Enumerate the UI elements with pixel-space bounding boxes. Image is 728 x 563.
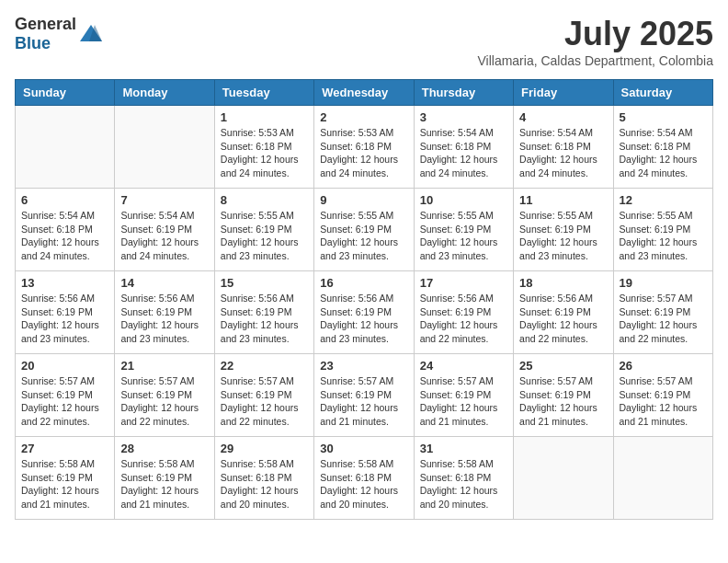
calendar-cell: 1Sunrise: 5:53 AMSunset: 6:18 PMDaylight… [214, 106, 313, 189]
calendar-cell: 23Sunrise: 5:57 AMSunset: 6:19 PMDayligh… [314, 354, 414, 437]
logo-icon [78, 21, 104, 47]
cell-detail: Sunrise: 5:58 AMSunset: 6:18 PMDaylight:… [420, 457, 507, 511]
day-number: 15 [221, 276, 308, 290]
calendar-cell: 9Sunrise: 5:55 AMSunset: 6:19 PMDaylight… [314, 189, 414, 271]
calendar-week-row: 13Sunrise: 5:56 AMSunset: 6:19 PMDayligh… [16, 271, 713, 354]
calendar-cell: 19Sunrise: 5:57 AMSunset: 6:19 PMDayligh… [613, 271, 712, 354]
day-number: 25 [519, 359, 607, 373]
day-number: 1 [221, 110, 308, 124]
day-number: 27 [21, 442, 108, 455]
day-number: 24 [420, 359, 507, 373]
cell-detail: Sunrise: 5:53 AMSunset: 6:18 PMDaylight:… [320, 126, 407, 180]
calendar-week-row: 20Sunrise: 5:57 AMSunset: 6:19 PMDayligh… [16, 354, 713, 437]
day-number: 30 [320, 442, 407, 455]
cell-detail: Sunrise: 5:55 AMSunset: 6:19 PMDaylight:… [320, 209, 407, 263]
title-block: July 2025 Villamaria, Caldas Department,… [477, 15, 713, 68]
day-number: 13 [21, 276, 108, 290]
calendar-cell: 3Sunrise: 5:54 AMSunset: 6:18 PMDaylight… [414, 106, 513, 189]
location-subtitle: Villamaria, Caldas Department, Colombia [477, 53, 713, 68]
calendar-cell: 28Sunrise: 5:58 AMSunset: 6:19 PMDayligh… [115, 437, 214, 520]
cell-detail: Sunrise: 5:55 AMSunset: 6:19 PMDaylight:… [420, 209, 507, 263]
cell-detail: Sunrise: 5:57 AMSunset: 6:19 PMDaylight:… [620, 292, 707, 346]
day-header-wednesday: Wednesday [314, 80, 414, 106]
cell-detail: Sunrise: 5:57 AMSunset: 6:19 PMDaylight:… [620, 374, 707, 429]
cell-detail: Sunrise: 5:56 AMSunset: 6:19 PMDaylight:… [420, 292, 507, 346]
calendar-cell: 10Sunrise: 5:55 AMSunset: 6:19 PMDayligh… [414, 189, 513, 271]
calendar-cell: 2Sunrise: 5:53 AMSunset: 6:18 PMDaylight… [314, 106, 414, 189]
day-number: 18 [519, 276, 607, 290]
day-header-saturday: Saturday [613, 80, 712, 106]
cell-detail: Sunrise: 5:55 AMSunset: 6:19 PMDaylight:… [519, 209, 607, 263]
cell-detail: Sunrise: 5:56 AMSunset: 6:19 PMDaylight:… [221, 292, 308, 346]
calendar-cell [613, 437, 712, 520]
logo-blue: Blue [15, 34, 51, 52]
cell-detail: Sunrise: 5:56 AMSunset: 6:19 PMDaylight:… [120, 292, 208, 346]
calendar-cell: 20Sunrise: 5:57 AMSunset: 6:19 PMDayligh… [16, 354, 115, 437]
month-year-title: July 2025 [477, 15, 713, 53]
cell-detail: Sunrise: 5:58 AMSunset: 6:18 PMDaylight:… [221, 457, 308, 511]
cell-detail: Sunrise: 5:53 AMSunset: 6:18 PMDaylight:… [221, 126, 308, 180]
cell-detail: Sunrise: 5:56 AMSunset: 6:19 PMDaylight:… [320, 292, 407, 346]
calendar-cell: 27Sunrise: 5:58 AMSunset: 6:19 PMDayligh… [16, 437, 115, 520]
day-number: 8 [221, 193, 308, 207]
calendar-cell: 30Sunrise: 5:58 AMSunset: 6:18 PMDayligh… [314, 437, 414, 520]
cell-detail: Sunrise: 5:56 AMSunset: 6:19 PMDaylight:… [21, 292, 108, 346]
calendar-cell: 16Sunrise: 5:56 AMSunset: 6:19 PMDayligh… [314, 271, 414, 354]
calendar-cell: 18Sunrise: 5:56 AMSunset: 6:19 PMDayligh… [514, 271, 613, 354]
cell-detail: Sunrise: 5:58 AMSunset: 6:19 PMDaylight:… [21, 457, 108, 511]
cell-detail: Sunrise: 5:54 AMSunset: 6:18 PMDaylight:… [519, 126, 607, 180]
day-number: 11 [519, 193, 607, 207]
day-number: 9 [320, 193, 407, 207]
day-number: 12 [620, 193, 707, 207]
day-number: 23 [320, 359, 407, 373]
cell-detail: Sunrise: 5:54 AMSunset: 6:19 PMDaylight:… [120, 209, 208, 263]
day-header-monday: Monday [115, 80, 214, 106]
day-number: 22 [221, 359, 308, 373]
day-header-friday: Friday [514, 80, 613, 106]
calendar-cell: 24Sunrise: 5:57 AMSunset: 6:19 PMDayligh… [414, 354, 513, 437]
day-number: 29 [221, 442, 308, 455]
calendar-cell: 21Sunrise: 5:57 AMSunset: 6:19 PMDayligh… [115, 354, 214, 437]
day-number: 5 [620, 110, 707, 124]
calendar-cell: 7Sunrise: 5:54 AMSunset: 6:19 PMDaylight… [115, 189, 214, 271]
cell-detail: Sunrise: 5:57 AMSunset: 6:19 PMDaylight:… [519, 374, 607, 429]
cell-detail: Sunrise: 5:56 AMSunset: 6:19 PMDaylight:… [519, 292, 607, 346]
day-number: 28 [120, 442, 208, 455]
calendar-cell: 12Sunrise: 5:55 AMSunset: 6:19 PMDayligh… [613, 189, 712, 271]
cell-detail: Sunrise: 5:55 AMSunset: 6:19 PMDaylight:… [221, 209, 308, 263]
day-number: 16 [320, 276, 407, 290]
cell-detail: Sunrise: 5:54 AMSunset: 6:18 PMDaylight:… [620, 126, 707, 180]
logo: General Blue [15, 15, 104, 53]
cell-detail: Sunrise: 5:57 AMSunset: 6:19 PMDaylight:… [120, 374, 208, 429]
calendar-table: SundayMondayTuesdayWednesdayThursdayFrid… [15, 79, 713, 520]
calendar-week-row: 27Sunrise: 5:58 AMSunset: 6:19 PMDayligh… [16, 437, 713, 520]
day-number: 19 [620, 276, 707, 290]
cell-detail: Sunrise: 5:55 AMSunset: 6:19 PMDaylight:… [620, 209, 707, 263]
calendar-cell: 5Sunrise: 5:54 AMSunset: 6:18 PMDaylight… [613, 106, 712, 189]
day-number: 21 [120, 359, 208, 373]
calendar-week-row: 6Sunrise: 5:54 AMSunset: 6:18 PMDaylight… [16, 189, 713, 271]
calendar-week-row: 1Sunrise: 5:53 AMSunset: 6:18 PMDaylight… [16, 106, 713, 189]
day-number: 7 [120, 193, 208, 207]
cell-detail: Sunrise: 5:58 AMSunset: 6:18 PMDaylight:… [320, 457, 407, 511]
day-number: 2 [320, 110, 407, 124]
day-number: 3 [420, 110, 507, 124]
day-number: 20 [21, 359, 108, 373]
cell-detail: Sunrise: 5:57 AMSunset: 6:19 PMDaylight:… [320, 374, 407, 429]
calendar-cell: 22Sunrise: 5:57 AMSunset: 6:19 PMDayligh… [214, 354, 313, 437]
day-number: 4 [519, 110, 607, 124]
calendar-cell [16, 106, 115, 189]
calendar-header-row: SundayMondayTuesdayWednesdayThursdayFrid… [16, 80, 713, 106]
calendar-cell: 13Sunrise: 5:56 AMSunset: 6:19 PMDayligh… [16, 271, 115, 354]
page-header: General Blue July 2025 Villamaria, Calda… [15, 15, 713, 68]
day-number: 31 [420, 442, 507, 455]
calendar-cell: 14Sunrise: 5:56 AMSunset: 6:19 PMDayligh… [115, 271, 214, 354]
cell-detail: Sunrise: 5:57 AMSunset: 6:19 PMDaylight:… [21, 374, 108, 429]
calendar-cell [514, 437, 613, 520]
calendar-cell: 31Sunrise: 5:58 AMSunset: 6:18 PMDayligh… [414, 437, 513, 520]
logo-general: General [15, 15, 76, 33]
calendar-cell: 6Sunrise: 5:54 AMSunset: 6:18 PMDaylight… [16, 189, 115, 271]
day-header-sunday: Sunday [16, 80, 115, 106]
cell-detail: Sunrise: 5:58 AMSunset: 6:19 PMDaylight:… [120, 457, 208, 511]
day-header-thursday: Thursday [414, 80, 513, 106]
